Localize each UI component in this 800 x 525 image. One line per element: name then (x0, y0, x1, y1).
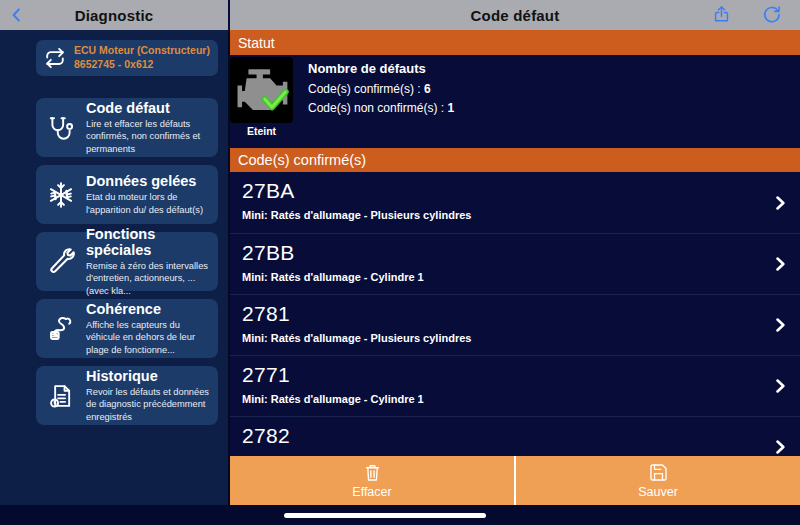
sidebar-item-donnees-gelees[interactable]: Données gelées Etat du moteur lors de l'… (36, 165, 218, 224)
code-row-2771[interactable]: 2771 Mini: Ratés d'allumage - Cylindre 1 (230, 355, 800, 416)
code-row-2781[interactable]: 2781 Mini: Ratés d'allumage - Plusieurs … (230, 294, 800, 355)
clear-label: Effacer (352, 485, 391, 499)
menu-item-title: Historique (86, 368, 212, 384)
menu-item-desc: Remise à zéro des intervalles d'entretie… (86, 260, 212, 296)
chevron-left-icon (8, 6, 26, 24)
sensor-icon (36, 315, 86, 343)
code-desc: Mini: Ratés d'allumage - Cylindre 1 (242, 271, 760, 283)
ecu-label: ECU Moteur (Constructeur) 8652745 - 0x61… (74, 44, 210, 71)
main-title: Code défaut (471, 7, 560, 24)
menu-item-title: Données gelées (86, 173, 212, 189)
statut-title: Statut (238, 35, 275, 51)
code-row-27BB[interactable]: 27BB Mini: Ratés d'allumage - Cylindre 1 (230, 233, 800, 294)
share-icon (712, 5, 731, 24)
sidebar-item-historique[interactable]: Historique Revoir les défauts et données… (36, 366, 218, 425)
save-icon (649, 463, 668, 482)
code-desc: Mini: Ratés d'allumage - Cylindre 1 (242, 393, 760, 405)
back-button[interactable] (6, 4, 28, 26)
wrench-icon (36, 248, 86, 276)
sidebar-menu: Code défaut Lire et effacer les défauts … (36, 98, 218, 425)
code-id: 2781 (242, 302, 760, 326)
share-button[interactable] (710, 3, 732, 25)
menu-item-title: Cohérence (86, 301, 212, 317)
chevron-right-icon (770, 193, 790, 213)
stethoscope-icon (36, 114, 86, 142)
ecu-id: 8652745 - 0x612 (74, 58, 153, 70)
chevron-right-icon (770, 254, 790, 274)
refresh-icon (762, 5, 781, 24)
code-id: 27BA (242, 179, 760, 203)
code-row-2782[interactable]: 2782 (230, 416, 800, 456)
confirmed-count-line: Code(s) confirmé(s) : 6 (308, 82, 454, 96)
refresh-button[interactable] (760, 3, 782, 25)
sidebar-pane: Diagnostic ECU Moteur (Constructeur) 865… (0, 0, 228, 525)
code-list: 27BA Mini: Ratés d'allumage - Plusieurs … (230, 172, 800, 456)
engine-status-box (230, 57, 293, 123)
history-icon (36, 382, 86, 410)
code-desc: Mini: Ratés d'allumage - Plusieurs cylin… (242, 332, 760, 344)
save-label: Sauver (638, 485, 678, 499)
sidebar-item-code-defaut[interactable]: Code défaut Lire et effacer les défauts … (36, 98, 218, 157)
sidebar-title: Diagnostic (75, 7, 154, 24)
status-section: Eteint Nombre de défauts Code(s) confirm… (230, 55, 800, 148)
code-id: 27BB (242, 241, 760, 265)
home-indicator[interactable] (284, 513, 486, 518)
code-row-27BA[interactable]: 27BA Mini: Ratés d'allumage - Plusieurs … (230, 172, 800, 233)
chevron-right-icon (770, 437, 790, 456)
confirmed-count: 6 (424, 82, 431, 96)
statut-section-bar: Statut (230, 30, 800, 55)
snowflake-icon (36, 181, 86, 209)
menu-item-desc: Revoir les défauts et données de diagnos… (86, 386, 212, 422)
ecu-selector[interactable]: ECU Moteur (Constructeur) 8652745 - 0x61… (36, 40, 218, 76)
bottom-strip (0, 505, 800, 525)
sidebar-item-coherence[interactable]: Cohérence Affiche les capteurs du véhicu… (36, 299, 218, 358)
unconfirmed-count-line: Code(s) non confirmé(s) : 1 (308, 101, 454, 115)
menu-item-title: Fonctions spéciales (86, 226, 212, 258)
sidebar-item-fonctions-speciales[interactable]: Fonctions spéciales Remise à zéro des in… (36, 232, 218, 291)
menu-item-desc: Affiche les capteurs du véhicule en deho… (86, 319, 212, 355)
menu-item-desc: Lire et effacer les défauts confirmés, n… (86, 118, 212, 154)
code-id: 2771 (242, 363, 760, 387)
clear-button[interactable]: Effacer (230, 456, 514, 505)
save-button[interactable]: Sauver (516, 456, 800, 505)
chevron-right-icon (770, 376, 790, 396)
engine-icon (233, 61, 291, 119)
sidebar-header: Diagnostic (0, 0, 228, 30)
menu-item-desc: Etat du moteur lors de l'apparition du/ … (86, 191, 212, 215)
ecu-name: ECU Moteur (Constructeur) (74, 44, 210, 56)
main-header: Code défaut (230, 0, 800, 30)
code-desc: Mini: Ratés d'allumage - Plusieurs cylin… (242, 209, 760, 221)
confirmed-codes-title: Code(s) confirmé(s) (238, 152, 366, 168)
engine-state-label: Eteint (230, 125, 293, 137)
action-bar: Effacer Sauver (230, 456, 800, 505)
code-id: 2782 (242, 424, 760, 448)
chevron-right-icon (770, 315, 790, 335)
main-pane: Code défaut Statut Eteint (230, 0, 800, 525)
repeat-icon (44, 47, 66, 69)
status-heading: Nombre de défauts (308, 61, 454, 76)
unconfirmed-count: 1 (447, 101, 454, 115)
trash-icon (363, 463, 382, 482)
confirmed-codes-section-bar: Code(s) confirmé(s) (230, 148, 800, 172)
menu-item-title: Code défaut (86, 100, 212, 116)
